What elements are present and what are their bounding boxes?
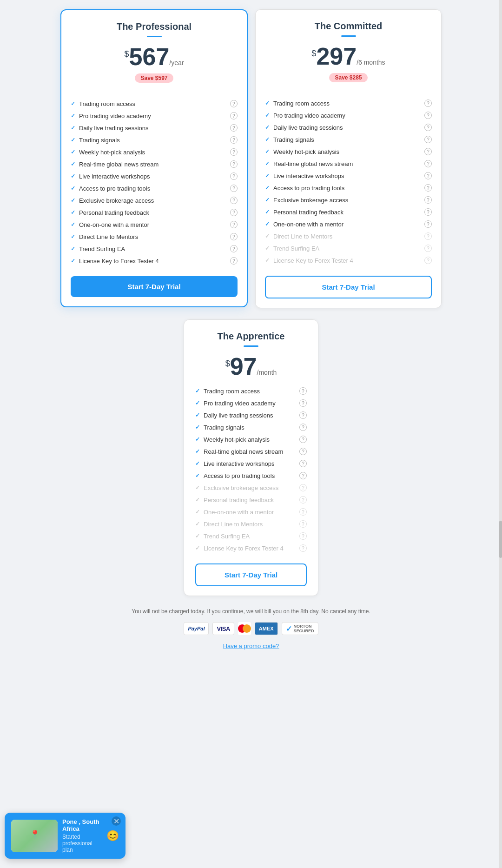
notification-text: Pone , South Africa Started professional…: [62, 818, 102, 853]
info-icon[interactable]: ?: [230, 257, 238, 265]
info-icon[interactable]: ?: [230, 221, 238, 228]
promo-code-link[interactable]: Have a promo code?: [60, 643, 442, 649]
mastercard-icon: [238, 622, 251, 635]
info-icon[interactable]: ?: [424, 232, 432, 240]
feature-item: ✓ License Key to Forex Tester 4 ?: [71, 255, 238, 267]
feature-item: ✓ Weekly hot-pick analysis ?: [265, 146, 432, 158]
notification-emoji: 😊: [106, 830, 119, 842]
info-icon[interactable]: ?: [230, 245, 238, 252]
info-icon[interactable]: ?: [299, 399, 307, 407]
committed-save-badge: Save $285: [329, 73, 367, 82]
committed-period: /6 months: [357, 59, 385, 66]
feature-item: ✓ Pro trading video academy ?: [265, 109, 432, 121]
check-icon: ✓: [265, 124, 270, 131]
feature-label: Personal trading feedback: [273, 209, 343, 216]
info-icon[interactable]: ?: [230, 100, 238, 107]
info-icon[interactable]: ?: [299, 544, 307, 552]
info-icon[interactable]: ?: [230, 209, 238, 216]
info-icon[interactable]: ?: [230, 136, 238, 144]
info-icon[interactable]: ?: [424, 160, 432, 167]
info-icon[interactable]: ?: [424, 220, 432, 228]
info-icon[interactable]: ?: [299, 484, 307, 491]
feature-item: ✓ Trading room access ?: [71, 98, 238, 110]
feature-label: Trading signals: [273, 136, 314, 143]
professional-trial-button[interactable]: Start 7-Day Trial: [71, 276, 238, 297]
info-icon[interactable]: ?: [299, 411, 307, 419]
info-icon[interactable]: ?: [424, 208, 432, 216]
info-icon[interactable]: ?: [230, 197, 238, 204]
page-wrapper: The Professional $567/year Save $597 ✓ T…: [56, 0, 446, 663]
check-icon: ✓: [71, 100, 75, 107]
info-icon[interactable]: ?: [299, 387, 307, 395]
check-icon: ✓: [71, 233, 75, 240]
feature-item: ✓ One-on-one with a mentor ?: [265, 218, 432, 230]
committed-plan-card: The Committed $297/6 months Save $285 ✓ …: [255, 9, 442, 308]
feature-item: ✓ Direct Line to Mentors ?: [71, 231, 238, 243]
feature-label: One-on-one with a mentor: [79, 221, 149, 228]
check-icon: ✓: [265, 233, 270, 239]
info-icon[interactable]: ?: [230, 160, 238, 168]
info-icon[interactable]: ?: [424, 172, 432, 179]
check-icon: ✓: [265, 136, 270, 143]
info-icon[interactable]: ?: [299, 436, 307, 443]
info-icon[interactable]: ?: [424, 257, 432, 264]
info-icon[interactable]: ?: [299, 508, 307, 516]
notification-close-button[interactable]: ✕: [112, 816, 121, 826]
apprentice-features-list: ✓ Trading room access ? ✓ Pro trading vi…: [195, 385, 307, 554]
feature-item: ✓ Real-time global news stream ?: [195, 445, 307, 457]
scrollbar-thumb[interactable]: [499, 521, 502, 558]
info-icon[interactable]: ?: [230, 185, 238, 192]
info-icon[interactable]: ?: [230, 112, 238, 119]
check-icon: ✓: [265, 160, 270, 167]
feature-label: Direct Line to Mentors: [273, 233, 332, 240]
feature-left: ✓ Exclusive brokerage access: [265, 197, 348, 204]
check-icon: ✓: [265, 172, 270, 179]
apprentice-amount: 97: [230, 353, 257, 380]
feature-item: ✓ Access to pro trading tools ?: [195, 470, 307, 482]
feature-item: ✓ Weekly hot-pick analysis ?: [195, 433, 307, 445]
feature-item: ✓ Access to pro trading tools ?: [265, 182, 432, 194]
feature-item: ✓ Real-time global news stream ?: [265, 158, 432, 170]
feature-label: Trading room access: [79, 100, 135, 107]
feature-label: Exclusive brokerage access: [273, 197, 348, 204]
info-icon[interactable]: ?: [299, 472, 307, 479]
feature-item: ✓ Real-time global news stream ?: [71, 158, 238, 170]
info-icon[interactable]: ?: [424, 112, 432, 119]
notification-map: 📍: [11, 820, 58, 852]
feature-left: ✓ Real-time global news stream: [195, 448, 283, 455]
feature-label: Pro trading video academy: [79, 113, 151, 119]
feature-item: ✓ Personal trading feedback ?: [195, 494, 307, 506]
info-icon[interactable]: ?: [299, 448, 307, 455]
info-icon[interactable]: ?: [230, 233, 238, 240]
feature-left: ✓ Trading room access: [265, 100, 330, 107]
info-icon[interactable]: ?: [424, 136, 432, 143]
info-icon[interactable]: ?: [299, 532, 307, 540]
check-icon: ✓: [195, 460, 200, 467]
feature-item: ✓ License Key to Forex Tester 4 ?: [265, 254, 432, 266]
feature-label: One-on-one with a mentor: [204, 509, 274, 516]
info-icon[interactable]: ?: [230, 172, 238, 180]
info-icon[interactable]: ?: [299, 460, 307, 467]
info-icon[interactable]: ?: [424, 148, 432, 155]
feature-left: ✓ License Key to Forex Tester 4: [71, 258, 159, 265]
feature-left: ✓ Live interactive workshops: [265, 172, 344, 179]
check-icon: ✓: [71, 185, 75, 192]
feature-left: ✓ Weekly hot-pick analysis: [265, 148, 339, 155]
info-icon[interactable]: ?: [424, 245, 432, 252]
feature-left: ✓ Access to pro trading tools: [265, 185, 344, 192]
info-icon[interactable]: ?: [299, 424, 307, 431]
info-icon[interactable]: ?: [299, 496, 307, 504]
info-icon[interactable]: ?: [424, 184, 432, 192]
committed-trial-button[interactable]: Start 7-Day Trial: [265, 276, 432, 298]
feature-left: ✓ Daily live trading sessions: [71, 125, 149, 132]
info-icon[interactable]: ?: [424, 124, 432, 131]
scrollbar[interactable]: [499, 0, 502, 868]
info-icon[interactable]: ?: [299, 520, 307, 528]
info-icon[interactable]: ?: [230, 148, 238, 156]
info-icon[interactable]: ?: [424, 99, 432, 107]
apprentice-trial-button[interactable]: Start 7-Day Trial: [195, 563, 307, 586]
info-icon[interactable]: ?: [230, 124, 238, 132]
info-icon[interactable]: ?: [424, 196, 432, 204]
feature-label: Access to pro trading tools: [79, 185, 150, 192]
feature-label: Direct Line to Mentors: [204, 521, 263, 528]
